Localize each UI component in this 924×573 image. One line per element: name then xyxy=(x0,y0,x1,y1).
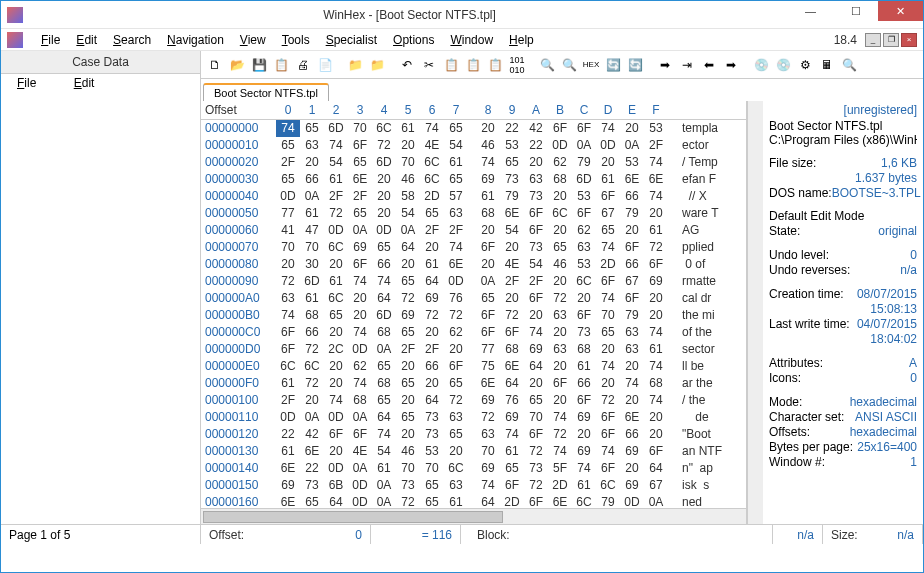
byte-cell[interactable]: 20 xyxy=(644,307,668,324)
byte-cell[interactable]: 42 xyxy=(300,426,324,443)
byte-cell[interactable]: 20 xyxy=(396,137,420,154)
byte-cell[interactable]: 74 xyxy=(324,137,348,154)
byte-cell[interactable]: 0A xyxy=(396,222,420,239)
byte-cell[interactable]: 46 xyxy=(548,256,572,273)
byte-cell[interactable]: 20 xyxy=(372,171,396,188)
byte-cell[interactable]: 69 xyxy=(620,443,644,460)
byte-cell[interactable]: 20 xyxy=(476,120,500,137)
hex-row[interactable]: 00000130616E204E54465320706172746974696F… xyxy=(201,443,746,460)
byte-cell[interactable]: 6E xyxy=(620,171,644,188)
hex-row[interactable]: 0000012022426F6F7420736563746F72206F6620… xyxy=(201,426,746,443)
byte-cell[interactable]: 74 xyxy=(348,375,372,392)
byte-cell[interactable]: 72 xyxy=(420,307,444,324)
byte-cell[interactable]: 70 xyxy=(596,307,620,324)
hex-row[interactable]: 000000E06C6C20626520666F756E642061742074… xyxy=(201,358,746,375)
byte-cell[interactable]: 67 xyxy=(596,205,620,222)
undo-icon[interactable]: ↶ xyxy=(397,55,417,75)
byte-cell[interactable]: 20 xyxy=(420,375,444,392)
byte-cell[interactable]: 61 xyxy=(324,171,348,188)
byte-cell[interactable]: 74 xyxy=(572,460,596,477)
byte-cell[interactable]: 4E xyxy=(348,443,372,460)
byte-cell[interactable]: 20 xyxy=(620,358,644,375)
byte-cell[interactable]: 79 xyxy=(620,205,644,222)
byte-cell[interactable]: 22 xyxy=(276,426,300,443)
byte-cell[interactable]: 5F xyxy=(548,460,572,477)
byte-cell[interactable]: 6C xyxy=(572,273,596,290)
byte-cell[interactable]: 30 xyxy=(300,256,324,273)
byte-cell[interactable]: 6D xyxy=(300,273,324,290)
ascii-cell[interactable]: of the xyxy=(682,324,712,341)
byte-cell[interactable]: 0D xyxy=(620,494,644,508)
byte-cell[interactable]: 61 xyxy=(396,120,420,137)
byte-cell[interactable]: 72 xyxy=(396,290,420,307)
byte-cell[interactable]: 74 xyxy=(596,290,620,307)
byte-cell[interactable]: 65 xyxy=(548,239,572,256)
back-icon[interactable]: ⬅ xyxy=(699,55,719,75)
byte-cell[interactable]: 6F xyxy=(620,290,644,307)
byte-cell[interactable]: 65 xyxy=(396,375,420,392)
byte-cell[interactable]: 47 xyxy=(300,222,324,239)
menu-options[interactable]: Options xyxy=(385,31,442,49)
byte-cell[interactable]: 65 xyxy=(276,137,300,154)
byte-cell[interactable]: 54 xyxy=(444,137,468,154)
byte-cell[interactable]: 72 xyxy=(300,375,324,392)
byte-cell[interactable]: 70 xyxy=(348,120,372,137)
byte-cell[interactable]: 20 xyxy=(372,205,396,222)
case-file-menu[interactable]: File xyxy=(9,74,44,92)
byte-cell[interactable]: 70 xyxy=(524,409,548,426)
byte-cell[interactable]: 72 xyxy=(500,307,524,324)
byte-cell[interactable]: 6F xyxy=(572,392,596,409)
byte-cell[interactable]: 20 xyxy=(548,222,572,239)
byte-cell[interactable]: 6F xyxy=(476,239,500,256)
byte-cell[interactable]: 62 xyxy=(572,222,596,239)
byte-cell[interactable]: 0A xyxy=(372,341,396,358)
byte-cell[interactable]: 2D xyxy=(500,494,524,508)
byte-cell[interactable]: 61 xyxy=(420,256,444,273)
byte-cell[interactable]: 64 xyxy=(420,392,444,409)
byte-cell[interactable]: 74 xyxy=(500,426,524,443)
byte-cell[interactable]: 53 xyxy=(572,188,596,205)
byte-cell[interactable]: 6E xyxy=(348,171,372,188)
byte-cell[interactable]: 0D xyxy=(372,222,396,239)
byte-cell[interactable]: 65 xyxy=(596,324,620,341)
byte-cell[interactable]: 20 xyxy=(444,341,468,358)
hex-row[interactable]: 000001406E220D0A6170706C6965735F746F2064… xyxy=(201,460,746,477)
hex-row[interactable]: 000000F061722074686520656E64206F66207468… xyxy=(201,375,746,392)
menu-specialist[interactable]: Specialist xyxy=(318,31,385,49)
byte-cell[interactable]: 0A xyxy=(300,409,324,426)
byte-cell[interactable]: 6F xyxy=(276,324,300,341)
byte-cell[interactable]: 2C xyxy=(324,341,348,358)
new-icon[interactable]: 🗋 xyxy=(205,55,225,75)
byte-cell[interactable]: 70 xyxy=(276,239,300,256)
byte-cell[interactable]: 20 xyxy=(420,239,444,256)
goto-offset-icon[interactable]: ⇥ xyxy=(677,55,697,75)
byte-cell[interactable]: 69 xyxy=(476,460,500,477)
menu-window[interactable]: Window xyxy=(442,31,501,49)
minimize-button[interactable]: — xyxy=(788,1,833,21)
byte-cell[interactable]: 72 xyxy=(396,494,420,508)
byte-cell[interactable]: 53 xyxy=(500,137,524,154)
byte-cell[interactable]: 20 xyxy=(324,324,348,341)
ascii-cell[interactable]: 0 of xyxy=(682,256,709,273)
ascii-cell[interactable]: pplied xyxy=(682,239,714,256)
replace-icon[interactable]: 🔄 xyxy=(603,55,623,75)
byte-cell[interactable]: 61 xyxy=(572,477,596,494)
forward-icon[interactable]: ➡ xyxy=(721,55,741,75)
hex-row[interactable]: 000000C06F662074686520626F6F742073656374… xyxy=(201,324,746,341)
byte-cell[interactable]: 20 xyxy=(324,256,348,273)
hex-row[interactable]: 000000507761726520546563686E6F6C6F677920… xyxy=(201,205,746,222)
byte-cell[interactable]: 64 xyxy=(644,460,668,477)
byte-cell[interactable]: 74 xyxy=(596,443,620,460)
byte-cell[interactable]: 68 xyxy=(572,341,596,358)
byte-cell[interactable]: 73 xyxy=(524,460,548,477)
byte-cell[interactable]: 62 xyxy=(548,154,572,171)
byte-cell[interactable]: 68 xyxy=(348,392,372,409)
byte-cell[interactable]: 6F xyxy=(476,324,500,341)
byte-cell[interactable]: 53 xyxy=(620,154,644,171)
byte-cell[interactable]: 61 xyxy=(444,154,468,171)
byte-cell[interactable]: 0A xyxy=(644,494,668,508)
hex-row[interactable]: 000001606E65640D0A726561642D6F6E6C790D0A… xyxy=(201,494,746,508)
menu-search[interactable]: Search xyxy=(105,31,159,49)
byte-cell[interactable]: 66 xyxy=(300,324,324,341)
byte-cell[interactable]: 20 xyxy=(524,307,548,324)
